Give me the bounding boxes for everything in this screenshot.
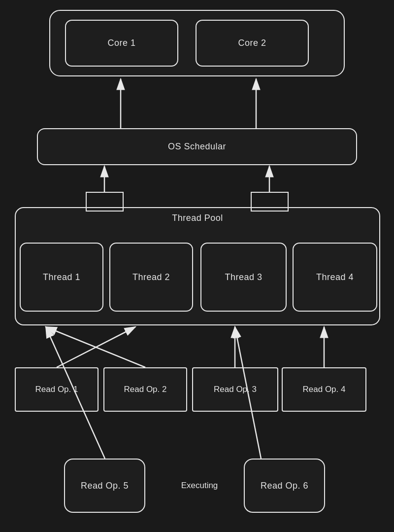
- core2-box: Core 2: [196, 20, 309, 67]
- read-op2-label: Read Op. 2: [124, 385, 167, 394]
- thread4-box: Thread 4: [293, 243, 377, 312]
- svg-line-11: [46, 327, 145, 367]
- read-op2-box: Read Op. 2: [103, 367, 187, 412]
- thread-pool-outer: Thread Pool Thread 1 Thread 2 Thread 3 T…: [15, 207, 380, 325]
- thread2-label: Thread 2: [132, 272, 170, 283]
- core2-label: Core 2: [238, 38, 266, 48]
- read-op4-label: Read Op. 4: [303, 385, 346, 394]
- cpu-box: Core 1 Core 2: [49, 10, 345, 76]
- thread1-box: Thread 1: [20, 243, 103, 312]
- read-op3-box: Read Op. 3: [192, 367, 278, 412]
- read-op6-label: Read Op. 6: [261, 481, 308, 491]
- thread3-box: Thread 3: [200, 243, 287, 312]
- core1-label: Core 1: [107, 38, 135, 48]
- executing-label: Executing: [170, 481, 229, 491]
- read-op1-label: Read Op. 1: [35, 385, 78, 394]
- read-op3-label: Read Op. 3: [214, 385, 257, 394]
- read-op5-label: Read Op. 5: [81, 481, 129, 491]
- thread4-label: Thread 4: [316, 272, 354, 283]
- core1-box: Core 1: [65, 20, 178, 67]
- os-scheduler-box: OS Schedular: [37, 128, 357, 165]
- thread3-label: Thread 3: [225, 272, 262, 283]
- read-op6-box: Read Op. 6: [244, 459, 325, 513]
- read-op1-box: Read Op. 1: [15, 367, 98, 412]
- read-op5-box: Read Op. 5: [64, 459, 145, 513]
- svg-line-10: [57, 327, 135, 367]
- diagram-container: Core 1 Core 2 OS Schedular Thread Pool T…: [0, 0, 394, 532]
- thread2-box: Thread 2: [109, 243, 193, 312]
- os-scheduler-label: OS Schedular: [168, 142, 226, 152]
- thread-pool-label: Thread Pool: [172, 213, 223, 223]
- thread1-label: Thread 1: [43, 272, 80, 283]
- read-op4-box: Read Op. 4: [282, 367, 366, 412]
